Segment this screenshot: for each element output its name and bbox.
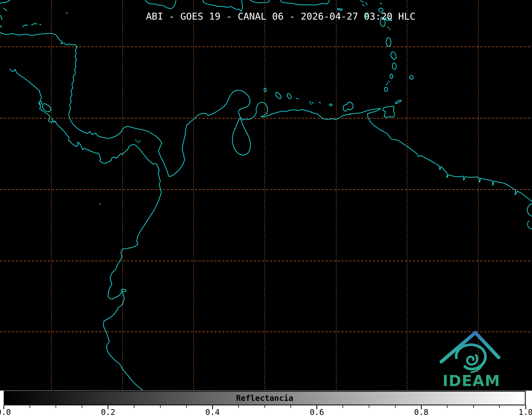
colorbar-tick-label: 1.0	[519, 407, 532, 417]
colorbar-minor-tick	[238, 405, 239, 408]
colorbar-tick-label: 0.2	[101, 407, 115, 417]
colorbar-minor-tick	[56, 405, 56, 408]
colorbar-minor-tick	[82, 405, 82, 408]
colorbar-minor-tick	[160, 405, 161, 408]
colorbar-minor-tick	[30, 405, 30, 408]
colorbar-minor-tick	[265, 405, 265, 408]
image-title: ABI - GOES 19 - CANAL 06 - 2026-04-27 03…	[146, 11, 416, 22]
colorbar-minor-tick	[369, 405, 369, 408]
colorbar-minor-tick	[395, 405, 395, 408]
colorbar-minor-tick	[290, 405, 291, 408]
colorbar-minor-tick	[499, 405, 500, 408]
colorbar-tick-label: 0.6	[310, 407, 324, 417]
colorbar-tick-label: 0.8	[414, 407, 428, 417]
colorbar-label: Reflectancia	[4, 393, 525, 402]
satellite-image-viewer: ABI - GOES 19 - CANAL 06 - 2026-04-27 03…	[0, 0, 532, 417]
logo-text: IDEAM	[443, 372, 500, 389]
colorbar-gradient-bar: Reflectancia	[4, 391, 526, 405]
colorbar-tick-label: 0.4	[205, 407, 220, 417]
colorbar-minor-tick	[447, 405, 448, 408]
map-canvas: ABI - GOES 19 - CANAL 06 - 2026-04-27 03…	[0, 0, 532, 417]
colorbar-minor-tick	[473, 405, 474, 408]
colorbar-tick-label: 0.0	[0, 407, 11, 417]
colorbar-minor-tick	[343, 405, 343, 408]
colorbar-minor-tick	[186, 405, 187, 408]
colorbar-minor-tick	[134, 405, 134, 408]
